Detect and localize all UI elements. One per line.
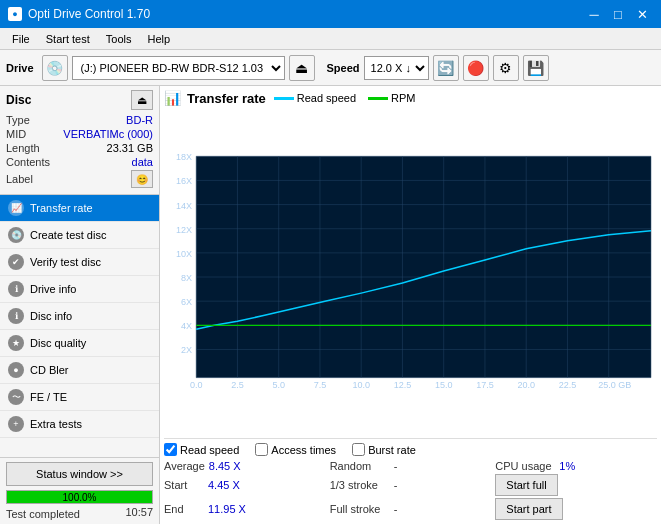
- nav-icon-drive-info: ℹ: [8, 281, 24, 297]
- disc-type-value: BD-R: [126, 114, 153, 126]
- main-container: Disc ⏏ Type BD-R MID VERBATIMc (000) Len…: [0, 86, 661, 524]
- save-button[interactable]: 💾: [523, 55, 549, 81]
- nav-item-transfer-rate[interactable]: 📈 Transfer rate: [0, 195, 159, 222]
- close-button[interactable]: ✕: [631, 3, 653, 25]
- nav-icon-extra: +: [8, 416, 24, 432]
- disc-label-btn[interactable]: 😊: [131, 170, 153, 188]
- legend-color-rpm: [368, 97, 388, 100]
- nav-icon-create: 💿: [8, 227, 24, 243]
- sidebar-bottom: Status window >> 100.0% Test completed 1…: [0, 457, 159, 524]
- svg-text:8X: 8X: [181, 273, 192, 283]
- disc-mid-row: MID VERBATIMc (000): [6, 128, 153, 140]
- settings-button[interactable]: ⚙: [493, 55, 519, 81]
- stat-start-value: 4.45 X: [208, 479, 248, 491]
- svg-text:10X: 10X: [176, 249, 192, 259]
- nav-item-disc-info[interactable]: ℹ Disc info: [0, 303, 159, 330]
- disc-mid-label: MID: [6, 128, 26, 140]
- chart-icon: 📊: [164, 90, 181, 106]
- nav-item-extra-tests[interactable]: + Extra tests: [0, 411, 159, 438]
- stat-full-stroke-label: Full stroke: [330, 503, 390, 515]
- chart-title-text: Transfer rate: [187, 91, 266, 106]
- chart-svg: 18X 16X 14X 12X 10X 8X 6X 4X 2X 0.0 2.5 …: [164, 108, 657, 438]
- drive-select[interactable]: (J:) PIONEER BD-RW BDR-S12 1.03: [72, 56, 285, 80]
- checkbox-burst-rate-input[interactable]: [352, 443, 365, 456]
- checkbox-access-times[interactable]: Access times: [255, 443, 336, 456]
- status-text: Test completed: [6, 508, 80, 520]
- svg-text:6X: 6X: [181, 297, 192, 307]
- disc-length-value: 23.31 GB: [107, 142, 153, 154]
- titlebar-left: ● Opti Drive Control 1.70: [8, 7, 150, 21]
- maximize-button[interactable]: □: [607, 3, 629, 25]
- stat-random-row: Random -: [330, 460, 492, 472]
- nav-icon-disc-quality: ★: [8, 335, 24, 351]
- chart-svg-container: 18X 16X 14X 12X 10X 8X 6X 4X 2X 0.0 2.5 …: [164, 108, 657, 438]
- chart-header: 📊 Transfer rate Read speed RPM: [164, 90, 657, 106]
- speed-label: Speed: [327, 62, 360, 74]
- progress-text: 100.0%: [7, 491, 152, 505]
- svg-text:16X: 16X: [176, 176, 192, 186]
- svg-text:25.0 GB: 25.0 GB: [598, 380, 631, 390]
- menu-help[interactable]: Help: [139, 31, 178, 47]
- disc-length-row: Length 23.31 GB: [6, 142, 153, 154]
- status-window-btn[interactable]: Status window >>: [6, 462, 153, 486]
- stat-stroke13-label: 1/3 stroke: [330, 479, 390, 491]
- stat-start-part-row: Start part: [495, 498, 657, 520]
- nav-item-create-test-disc[interactable]: 💿 Create test disc: [0, 222, 159, 249]
- eject-button[interactable]: ⏏: [289, 55, 315, 81]
- menu-file[interactable]: File: [4, 31, 38, 47]
- minimize-button[interactable]: ─: [583, 3, 605, 25]
- disc-contents-label: Contents: [6, 156, 50, 168]
- stat-cpu-row: CPU usage 1%: [495, 460, 657, 472]
- chart-title: 📊 Transfer rate: [164, 90, 266, 106]
- disc-type-label: Type: [6, 114, 30, 126]
- nav-icon-cd-bler: ●: [8, 362, 24, 378]
- sidebar: Disc ⏏ Type BD-R MID VERBATIMc (000) Len…: [0, 86, 160, 524]
- start-part-button[interactable]: Start part: [495, 498, 562, 520]
- svg-text:12.5: 12.5: [394, 380, 412, 390]
- menu-start-test[interactable]: Start test: [38, 31, 98, 47]
- toolbar: Drive 💿 (J:) PIONEER BD-RW BDR-S12 1.03 …: [0, 50, 661, 86]
- disc-mid-value: VERBATIMc (000): [63, 128, 153, 140]
- stat-random-label: Random: [330, 460, 390, 472]
- disc-title: Disc: [6, 93, 31, 107]
- menu-tools[interactable]: Tools: [98, 31, 140, 47]
- disc-panel: Disc ⏏ Type BD-R MID VERBATIMc (000) Len…: [0, 86, 159, 195]
- start-full-button[interactable]: Start full: [495, 474, 557, 496]
- svg-text:4X: 4X: [181, 321, 192, 331]
- disc-header: Disc ⏏: [6, 90, 153, 110]
- drive-icon-btn[interactable]: 💿: [42, 55, 68, 81]
- checkbox-read-speed[interactable]: Read speed: [164, 443, 239, 456]
- disc-contents-value: data: [132, 156, 153, 168]
- checkbox-access-times-input[interactable]: [255, 443, 268, 456]
- svg-text:14X: 14X: [176, 201, 192, 211]
- speed-select[interactable]: 12.0 X ↓: [364, 56, 429, 80]
- stat-average-label: Average: [164, 460, 205, 472]
- color-button[interactable]: 🔴: [463, 55, 489, 81]
- nav-item-cd-bler[interactable]: ● CD Bler: [0, 357, 159, 384]
- svg-text:2.5: 2.5: [231, 380, 244, 390]
- stat-stroke13-row: 1/3 stroke -: [330, 474, 492, 496]
- stat-full-stroke-row: Full stroke -: [330, 498, 492, 520]
- nav-label-drive-info: Drive info: [30, 283, 76, 295]
- nav-item-verify-test-disc[interactable]: ✔ Verify test disc: [0, 249, 159, 276]
- stat-full-stroke-value: -: [394, 503, 424, 515]
- stat-end-row: End 11.95 X: [164, 498, 326, 520]
- svg-text:20.0: 20.0: [517, 380, 535, 390]
- stat-end-value: 11.95 X: [208, 503, 248, 515]
- nav-item-disc-quality[interactable]: ★ Disc quality: [0, 330, 159, 357]
- app-icon: ●: [8, 7, 22, 21]
- disc-eject-btn[interactable]: ⏏: [131, 90, 153, 110]
- disc-label-label: Label: [6, 173, 33, 185]
- stat-random-value: -: [394, 460, 424, 472]
- nav-list: 📈 Transfer rate 💿 Create test disc ✔ Ver…: [0, 195, 159, 438]
- svg-text:5.0: 5.0: [272, 380, 285, 390]
- refresh-button[interactable]: 🔄: [433, 55, 459, 81]
- checkbox-burst-rate[interactable]: Burst rate: [352, 443, 416, 456]
- stat-start-label: Start: [164, 479, 204, 491]
- svg-text:18X: 18X: [176, 152, 192, 162]
- svg-text:15.0: 15.0: [435, 380, 453, 390]
- stat-average-value: 8.45 X: [209, 460, 249, 472]
- nav-item-drive-info[interactable]: ℹ Drive info: [0, 276, 159, 303]
- nav-item-fe-te[interactable]: 〜 FE / TE: [0, 384, 159, 411]
- checkbox-read-speed-input[interactable]: [164, 443, 177, 456]
